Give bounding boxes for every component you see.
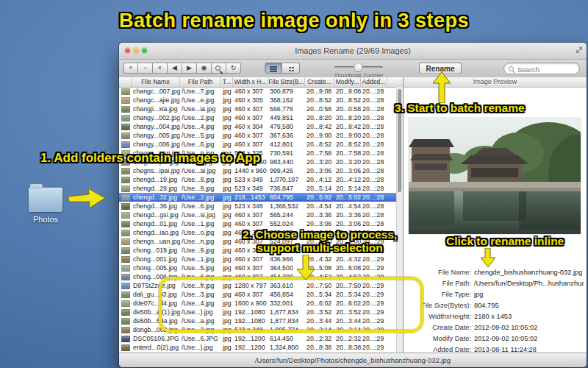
search-input[interactable] [516,64,579,74]
close-window-button[interactable] [125,48,130,53]
column-header-name[interactable]: File Name [132,77,180,87]
cell-modify: 20...9:00 [334,131,361,140]
column-header-dims[interactable]: Width x H... [233,77,268,87]
column-header-size[interactable]: File Size(B... [268,77,305,87]
metadata-value: 2180 x 1453 [474,311,512,322]
cell-modify: 20...3:20 [334,158,361,166]
table-row[interactable]: DSC05106.JPG/Use...6.JPGjpg192...1200614… [119,334,397,343]
cell-name: changc...ajie.jpg [132,96,180,105]
cell-name: changc...007.jpg [132,87,180,96]
cell-size: 552,024 [268,219,305,228]
table-row[interactable]: enterd...0(2).jpg/Use...).jpgjpg192...12… [119,343,397,352]
cell-name: changy...006.jpg [132,140,180,149]
cell-name: changy...004.jpg [132,122,180,131]
cell-name: chengd...29.jpg [132,184,180,193]
cell-type: jpg [221,175,233,184]
file-thumbnail-icon [121,247,130,254]
cell-size: 1,070,197 [268,175,305,184]
file-thumbnail-icon [121,115,130,121]
cell-size: 804,795 [268,193,305,202]
metadata-value: 804,795 [474,300,499,311]
table-row[interactable]: chong...005.jpg/Use...5.jpgjpg460 x 3073… [119,263,397,272]
metadata-row: Added Date:2013-08-11 11:24:28 [404,344,584,353]
table-row[interactable]: changji...xia.jpg/Use...ia.jpgjpg460 x 3… [119,105,397,113]
table-row[interactable]: chengd...19.jpg/Use...9.jpgjpg523 x 3491… [119,175,397,184]
cell-size: 412,801 [268,140,305,149]
cell-name: chengd...36.jpg [132,202,180,210]
folder-icon[interactable] [29,188,62,212]
add-button[interactable]: + [123,63,138,74]
cell-dims: 523 x 348 [233,202,268,210]
cell-modify: 20...5:08 [334,263,361,272]
back-button[interactable]: ◀ [168,63,182,74]
minimize-window-button[interactable] [134,48,139,53]
cell-name: chong...005.jpg [132,263,180,272]
metadata-value: jpg [474,289,483,300]
list-view-button[interactable] [265,63,282,74]
preview-eye-button[interactable]: ◉ [197,63,212,74]
table-row[interactable]: changc...007.jpg/Use...7.jpgjpg460 x 307… [119,87,397,96]
table-row[interactable]: chong...001.jpg/Use...1.jpgjpg460 x 3074… [119,255,397,263]
cell-dims: 460 x 307 [233,210,268,219]
cell-dims: 460 x 307 [233,140,268,149]
file-thumbnail-icon [121,194,130,201]
table-row[interactable]: changy...004.jpg/Use...4.jpgjpg460 x 304… [119,122,397,131]
delete-button[interactable]: × [153,63,168,74]
table-row[interactable]: changy...002.jpg/Use...2.jpgjpg460 x 307… [119,113,397,122]
cell-modify: 20...8:52 [334,96,361,105]
table-row[interactable]: chengd...01.jpg/Use...1.jpgjpg460 x 3075… [119,219,397,228]
table-row[interactable]: chengd...29.jpg/Use...9.jpgjpg523 x 3497… [119,184,397,193]
resize-icon[interactable] [576,46,583,54]
table-row[interactable]: changy...005.jpg/Use...5.jpgjpg460 x 307… [119,131,397,140]
column-header-create[interactable]: Create... [305,77,334,87]
search-button[interactable] [212,63,226,74]
remove-button[interactable]: − [138,63,153,74]
search-icon [509,66,514,71]
refresh-button[interactable]: ↻ [226,63,241,74]
cell-size: 367,636 [268,131,305,140]
cell-modify: 20...9:08 [334,87,361,96]
cell-added: 20...:28 [361,202,387,210]
cell-modify: 20...4:32 [334,255,361,263]
zoom-window-button[interactable] [142,48,147,53]
column-header-path[interactable]: File Path [180,77,221,87]
column-header-modify[interactable]: Modify... [334,77,361,87]
cell-name: enterd...0(2).jpg [132,343,180,352]
cell-create: 20...3:06 [305,166,334,175]
table-row[interactable]: changc...ajie.jpg/Use...e.jpgjpg460 x 30… [119,96,397,105]
metadata-value[interactable]: chengde_bishushanzhuang-032.jpg [474,267,582,278]
cell-modify: 20...2:32 [334,334,361,343]
preview-header: Image Preview [404,77,587,88]
file-thumbnail-icon [121,132,130,139]
metadata-row: File Size(Bytes):804,795 [404,300,584,311]
grid-view-button[interactable] [282,63,300,74]
cell-type: jpg [221,228,233,237]
file-thumbnail-icon [121,238,130,245]
column-header-type[interactable]: T... [221,77,233,87]
column-header-added[interactable]: Added... [361,77,387,87]
zoomer-slider-handle[interactable] [354,63,362,71]
cell-type: jpg [221,122,233,131]
file-thumbnail-icon [121,300,130,307]
cell-create: 20...8:20 [305,113,334,122]
banner-title: Batch rename image only in 3 steps [119,10,469,32]
cell-modify: 20...8:42 [334,122,361,131]
preview-panel: Image Preview [404,77,587,353]
arrow-down-to-filename-icon [481,248,495,267]
cell-added: 20...:28 [361,193,387,202]
cell-size: 1,324,800 [268,343,305,352]
cell-create: 20...8:52 [305,140,334,149]
metadata-row: File Path:/Users/fun/Desktop/Ph...hushan… [404,278,584,289]
cell-dims: 192...1200 [233,334,268,343]
desktop-folder[interactable]: Photos [22,188,69,224]
cell-name: chengd...01.jpg [132,219,180,228]
cell-type: jpg [221,237,233,246]
table-row[interactable]: changy...006.jpg/Use...6.jpgjpg460 x 307… [119,140,397,149]
metadata-value: 2013-08-11 11:24:28 [474,344,537,353]
table-row[interactable]: chengd...gsi.jpg/Use...si.jpgjpg460 x 30… [119,210,397,219]
table-row[interactable]: chengd...32.jpg/Use...2.jpgjpg218...1453… [119,193,397,202]
forward-button[interactable]: ▶ [182,63,197,74]
table-row[interactable]: chengd...36.jpg/Use...6.jpgjpg523 x 3481… [119,202,397,210]
search-field[interactable] [503,63,580,74]
table-row[interactable]: chegns...ipai.jpg/Use...ai.jpgjpg1440 x … [119,166,397,175]
